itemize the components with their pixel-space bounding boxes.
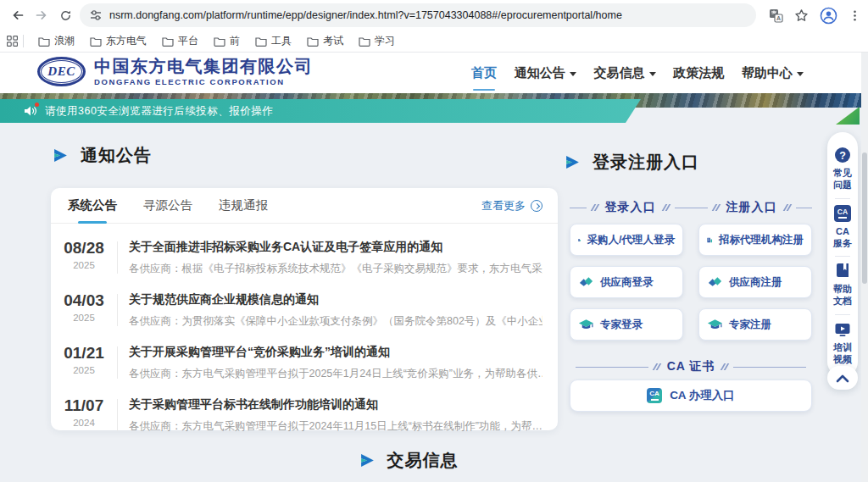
notice-summary: 各供应商：东方电气采购管理平台拟于2025年1月24日上线“竞价采购”业务，为帮… [129, 367, 542, 381]
tab-violation-report[interactable]: 违规通报 [217, 188, 270, 223]
notice-date-year: 2025 [61, 260, 107, 270]
bookmark-label: 工具 [271, 34, 292, 48]
menu-kebab-icon[interactable] [849, 9, 861, 22]
buyer-agent-login-button[interactable]: 采购人/代理人登录 [570, 224, 683, 256]
rail-faq[interactable]: ? 常见问题 [832, 141, 853, 198]
tab-sourcing-notice[interactable]: 寻源公告 [142, 188, 194, 223]
notice-title[interactable]: 关于全面推进非招标采购业务CA认证及电子签章应用的通知 [129, 240, 542, 255]
notice-row[interactable]: 04/03 2025 关于规范供应商企业规模信息的通知 各供应商：为贯彻落实《保… [61, 283, 542, 335]
book-icon [834, 263, 851, 280]
back-button[interactable] [8, 6, 27, 25]
tab-system-notice[interactable]: 系统公告 [66, 188, 119, 223]
expert-login-button[interactable]: 专家登录 [570, 308, 683, 341]
view-more-link[interactable]: 查看更多 [481, 198, 542, 213]
address-bar[interactable]: nsrm.dongfang.com/platform/runtime/epp/d… [80, 3, 756, 27]
login-register-headers: 登录入口 注册入口 [570, 200, 812, 215]
building-icon [707, 234, 713, 247]
trade-section-header: 交易信息 [0, 449, 817, 472]
reload-button[interactable] [56, 6, 75, 25]
rail-training-video[interactable]: 培训视频 [832, 315, 853, 373]
folder-icon [359, 36, 370, 47]
supplier-register-button[interactable]: 供应商注册 [698, 266, 812, 298]
translate-icon[interactable]: A [769, 8, 783, 23]
bookmark-folder[interactable]: 浪潮 [31, 32, 82, 51]
notice-list: 08/28 2025 关于全面推进非招标采购业务CA认证及电子签章应用的通知 各… [51, 224, 558, 440]
back-arrow-icon [11, 8, 25, 22]
supplier-register-label: 供应商注册 [729, 275, 782, 290]
bookmark-label: 考试 [323, 34, 343, 48]
dec-logo-text: DEC [47, 64, 75, 79]
bookmark-folder[interactable]: 工具 [248, 32, 299, 51]
supplier-login-button[interactable]: 供应商登录 [570, 266, 683, 298]
nav-policy-label: 政策法规 [673, 65, 724, 81]
nav-home[interactable]: 首页 [471, 62, 497, 85]
bookmarks-bar: 浪潮 东方电气 平台 前 工具 考试 学习 [0, 30, 868, 53]
login-entry-header: 登录入口 [570, 200, 691, 215]
rail-help-docs[interactable]: 帮助文档 [832, 257, 853, 314]
notice-section-header: 通知公告 [53, 144, 152, 167]
nav-trade[interactable]: 交易信息 [594, 62, 656, 85]
login-section-header: 登录注册入口 [565, 151, 699, 174]
nav-home-label: 首页 [471, 65, 497, 81]
main-nav: 首页 通知公告 交易信息 政策法规 帮助中心 [471, 53, 804, 93]
handshake-icon [578, 276, 594, 288]
back-to-top-button[interactable] [827, 366, 858, 390]
notice-summary: 各供应商：根据《电子招标投标系统技术规范》《电子采购交易规范》要求，东方电气采购… [129, 262, 542, 276]
agency-register-button[interactable]: 招标代理机构注册 [698, 224, 812, 256]
notice-row[interactable]: 08/28 2025 关于全面推进非招标采购业务CA认证及电子签章应用的通知 各… [61, 230, 542, 283]
buyer-agent-login-label: 采购人/代理人登录 [587, 233, 675, 247]
site-settings-icon [90, 9, 102, 21]
bookmark-folder[interactable]: 平台 [154, 32, 206, 51]
nav-notices-label: 通知公告 [515, 65, 565, 81]
profile-avatar-icon[interactable] [820, 7, 837, 25]
chevron-down-icon [649, 72, 656, 76]
svg-text:A: A [776, 15, 781, 21]
folder-icon [162, 36, 174, 47]
video-icon [834, 321, 851, 338]
agency-register-label: 招标代理机构注册 [719, 233, 804, 247]
url-text: nsrm.dongfang.com/platform/runtime/epp/d… [109, 9, 622, 21]
expert-register-button[interactable]: 专家注册 [698, 308, 812, 341]
ca-apply-button[interactable]: CA CA 办理入口 [570, 380, 812, 412]
nav-help-label: 帮助中心 [742, 65, 793, 81]
brand-home-link[interactable]: DEC 中国东方电气集团有限公司 DONGFANG ELECTRIC CORPO… [37, 57, 313, 86]
apps-grid-icon[interactable] [7, 36, 18, 47]
ca-badge-icon: CA [834, 205, 851, 222]
announcement-ticker: 请使用360安全浏览器进行后续投标、报价操作 [0, 99, 641, 123]
nav-policy[interactable]: 政策法规 [673, 62, 724, 85]
chevron-down-icon [570, 72, 576, 76]
notice-row[interactable]: 01/21 2025 关于开展采购管理平台“竞价采购业务”培训的通知 各供应商：… [61, 335, 542, 388]
section-arrow-icon [53, 148, 69, 163]
folder-icon [307, 36, 319, 47]
scrollbar-thumb[interactable] [862, 152, 867, 284]
bookmark-star-icon[interactable] [794, 8, 809, 23]
ca-cert-label: CA 证书 [665, 359, 717, 374]
ticker-text: 请使用360安全浏览器进行后续投标、报价操作 [45, 104, 273, 119]
notice-title[interactable]: 关于规范供应商企业规模信息的通知 [129, 292, 542, 307]
nav-help[interactable]: 帮助中心 [742, 62, 804, 85]
notice-row[interactable]: 11/07 2024 关于采购管理平台标书在线制作功能培训的通知 各供应商：东方… [61, 388, 542, 440]
rail-docs-label: 帮助文档 [832, 283, 853, 307]
notice-date-year: 2025 [61, 365, 107, 375]
nav-notices[interactable]: 通知公告 [515, 62, 576, 85]
rail-ca-service[interactable]: CA CA 服务 [832, 199, 853, 257]
trade-section-title: 交易信息 [387, 449, 459, 472]
bookmark-folder[interactable]: 前 [206, 32, 248, 51]
building-icon [578, 234, 581, 247]
notice-card: 系统公告 寻源公告 违规通报 查看更多 08/28 2025 关于全面推进非招标… [51, 188, 558, 430]
browser-window: nsrm.dongfang.com/platform/runtime/epp/d… [0, 0, 868, 482]
bookmark-folder[interactable]: 学习 [351, 32, 403, 51]
notice-title[interactable]: 关于开展采购管理平台“竞价采购业务”培训的通知 [129, 345, 542, 360]
forward-button[interactable] [32, 6, 51, 25]
notification-dot [35, 102, 39, 107]
divider [117, 241, 118, 274]
notice-date-md: 01/21 [61, 344, 107, 363]
company-name-cn: 中国东方电气集团有限公司 [94, 57, 313, 75]
reload-icon [59, 9, 72, 22]
notice-tabs: 系统公告 寻源公告 违规通报 查看更多 [51, 188, 558, 224]
rail-faq-label: 常见问题 [832, 167, 853, 191]
view-more-label: 查看更多 [481, 198, 526, 213]
bookmark-folder[interactable]: 东方电气 [82, 32, 154, 51]
bookmark-folder[interactable]: 考试 [299, 32, 351, 51]
notice-title[interactable]: 关于采购管理平台标书在线制作功能培训的通知 [129, 397, 542, 413]
